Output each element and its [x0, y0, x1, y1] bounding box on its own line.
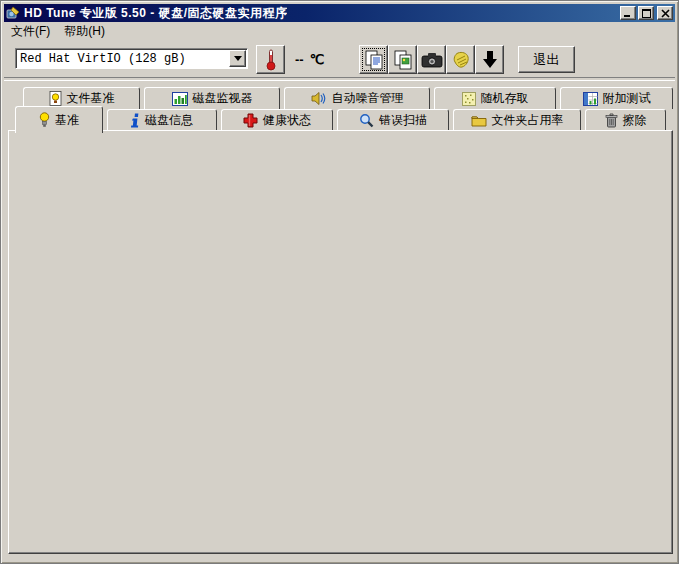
- trash-icon: [605, 113, 618, 128]
- minimize-icon: [624, 9, 632, 17]
- tab-label: 磁盘信息: [145, 112, 193, 129]
- maximize-icon: [642, 9, 651, 18]
- save-results-button[interactable]: [475, 45, 504, 74]
- tab-label: 磁盘监视器: [193, 90, 253, 107]
- chevron-down-icon: [234, 56, 242, 61]
- tab-aam[interactable]: 自动噪音管理: [284, 87, 430, 109]
- tab-extra-tests[interactable]: 附加测试: [560, 87, 673, 109]
- extra-tests-icon: [583, 92, 598, 106]
- temperature-value: --: [295, 52, 304, 67]
- window-title: HD Tune 专业版 5.50 - 硬盘/固态硬盘实用程序: [24, 5, 287, 22]
- app-window: HD Tune 专业版 5.50 - 硬盘/固态硬盘实用程序 文件(F) 帮助(…: [0, 0, 679, 564]
- temperature-readout: -- ℃: [295, 52, 324, 67]
- screenshot-button[interactable]: [417, 45, 446, 74]
- copy-text-button[interactable]: [359, 45, 388, 74]
- tab-label: 文件夹占用率: [492, 112, 564, 129]
- drive-select-dropdown-button[interactable]: [229, 50, 246, 67]
- tab-health[interactable]: 健康状态: [221, 109, 333, 131]
- tab-label: 自动噪音管理: [332, 90, 404, 107]
- temperature-unit: ℃: [310, 52, 325, 67]
- menu-file[interactable]: 文件(F): [4, 21, 57, 42]
- maximize-button[interactable]: [638, 6, 654, 20]
- tab-label: 健康状态: [263, 112, 311, 129]
- copy-image-icon: [393, 50, 413, 70]
- health-cross-icon: [243, 113, 258, 128]
- disk-monitor-icon: [172, 92, 188, 106]
- menu-bar: 文件(F) 帮助(H): [4, 22, 675, 41]
- donate-button[interactable]: [446, 45, 475, 74]
- close-icon: [661, 9, 670, 18]
- minimize-button[interactable]: [620, 6, 636, 20]
- file-benchmark-icon: [49, 91, 62, 106]
- title-bar: HD Tune 专业版 5.50 - 硬盘/固态硬盘实用程序: [4, 4, 675, 22]
- hand-icon: [451, 50, 471, 70]
- tab-label: 擦除: [623, 112, 647, 129]
- exit-button[interactable]: 退出: [518, 46, 575, 73]
- magnifier-icon: [359, 113, 374, 128]
- temperature-button[interactable]: [256, 45, 285, 74]
- info-icon: [131, 113, 140, 128]
- random-access-icon: [462, 92, 476, 106]
- tab-label: 基准: [55, 112, 79, 129]
- speaker-icon: [311, 91, 327, 106]
- thermometer-icon: [265, 49, 277, 71]
- folder-icon: [471, 114, 487, 127]
- benchmark-icon: [39, 112, 50, 128]
- tab-random-access[interactable]: 随机存取: [434, 87, 556, 109]
- tab-disk-info[interactable]: 磁盘信息: [107, 109, 217, 131]
- tab-label: 错误扫描: [379, 112, 427, 129]
- copy-text-icon: [364, 50, 384, 70]
- benchmark-page: [8, 130, 673, 554]
- camera-icon: [421, 51, 443, 69]
- tab-folder-usage[interactable]: 文件夹占用率: [453, 109, 581, 131]
- close-button[interactable]: [657, 6, 673, 20]
- tab-label: 随机存取: [481, 90, 529, 107]
- copy-image-button[interactable]: [388, 45, 417, 74]
- drive-select-value: Red Hat VirtIO (128 gB): [16, 52, 229, 66]
- drive-select[interactable]: Red Hat VirtIO (128 gB): [15, 48, 248, 69]
- menu-help[interactable]: 帮助(H): [57, 21, 112, 42]
- tab-label: 文件基准: [67, 90, 115, 107]
- app-icon: [6, 6, 20, 20]
- tab-label: 附加测试: [603, 90, 651, 107]
- tab-disk-monitor[interactable]: 磁盘监视器: [144, 87, 280, 109]
- exit-button-label: 退出: [534, 51, 560, 69]
- toolbar: Red Hat VirtIO (128 gB) -- ℃: [4, 41, 675, 81]
- tab-erase[interactable]: 擦除: [585, 109, 666, 131]
- tab-error-scan[interactable]: 错误扫描: [337, 109, 449, 131]
- tab-benchmark[interactable]: 基准: [15, 106, 103, 133]
- arrow-down-icon: [481, 50, 499, 70]
